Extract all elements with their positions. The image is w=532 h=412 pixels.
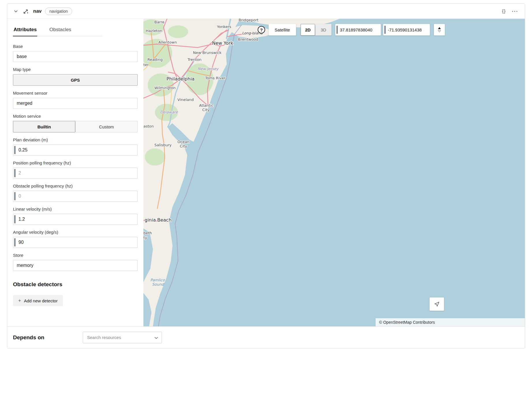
map-label-ocean-2: City [180, 144, 187, 148]
longitude-input[interactable] [383, 24, 430, 35]
longitude-field [383, 24, 430, 35]
map-label-ter: ter [143, 63, 149, 67]
depends-on-select[interactable]: Search resources [83, 332, 162, 343]
map-label-delaware: Delaware [160, 110, 178, 114]
nav-service-card: nav navigation {} ⋯ Attributes Obstacles… [7, 3, 525, 349]
service-title: nav [33, 8, 42, 14]
plus-icon: + [18, 298, 21, 304]
obstacle-detectors-heading: Obstacle detectors [13, 281, 138, 288]
coordinate-swap-icon[interactable] [434, 24, 445, 35]
field-movement-sensor: Movement sensor [13, 91, 138, 109]
latitude-input[interactable] [335, 24, 381, 35]
map-label-new-york: New York [212, 40, 233, 46]
angular-velocity-input[interactable] [13, 237, 138, 248]
tab-obstacles[interactable]: Obstacles [49, 27, 72, 36]
map-label-bridgeport: Bridgeport [239, 19, 258, 22]
depends-on-placeholder: Search resources [87, 335, 121, 340]
navigation-service-icon [22, 8, 30, 15]
base-input[interactable] [13, 51, 138, 62]
map-label-new-brunswick: New Brunswick [193, 50, 222, 55]
position-polling-label: Position polling frequency (hz) [13, 160, 138, 165]
field-plan-deviation: Plan deviation (m) [13, 137, 138, 156]
map-label-atlantic-1: Atlantic [199, 103, 213, 108]
map-label-wilmington: Wilmington [154, 86, 176, 90]
map-label-trenton: Trenton [187, 57, 202, 62]
tab-attributes[interactable]: Attributes [13, 27, 37, 36]
map-label-aston: aston [143, 124, 154, 128]
map-attribution[interactable]: © OpenStreetMap Contributors [376, 318, 525, 326]
map-canvas[interactable]: Barre Hazleton Yonkers Bridgeport New Yo… [143, 19, 525, 326]
position-polling-input[interactable] [13, 168, 138, 179]
depends-on-heading: Depends on [13, 334, 44, 341]
field-map-type: Map type GPS [13, 67, 138, 86]
satellite-toggle-button[interactable]: Satellite [269, 24, 296, 35]
store-input[interactable] [13, 260, 138, 271]
service-type-badge: navigation [45, 8, 72, 15]
field-obstacle-polling: Obstacle polling frequency (hz) [13, 183, 138, 202]
map-label-vineland: Vineland [177, 98, 194, 102]
map-type-label: Map type [13, 67, 138, 72]
obstacle-polling-label: Obstacle polling frequency (hz) [13, 183, 138, 188]
overflow-menu-icon[interactable]: ⋯ [510, 9, 519, 14]
map-label-pamlico-1: Pamlico [150, 278, 165, 282]
angular-velocity-label: Angular velocity (deg/s) [13, 230, 138, 235]
collapse-chevron-icon[interactable] [13, 9, 19, 14]
field-linear-velocity: Linear velocity (m/s) [13, 207, 138, 225]
plan-deviation-label: Plan deviation (m) [13, 137, 138, 142]
field-angular-velocity: Angular velocity (deg/s) [13, 230, 138, 248]
base-label: Base [13, 44, 138, 49]
latitude-field [335, 24, 381, 35]
map-label-brentwood: Brentwood [238, 37, 258, 42]
movement-sensor-input[interactable] [13, 98, 138, 109]
plan-deviation-input[interactable] [13, 145, 138, 156]
motion-service-custom-button[interactable]: Custom [75, 121, 138, 132]
panel-tabs: Attributes Obstacles [13, 27, 102, 36]
map-tiles: Barre Hazleton Yonkers Bridgeport New Yo… [143, 19, 525, 326]
card-header: nav navigation {} ⋯ [7, 4, 525, 19]
map-type-gps-button[interactable]: GPS [13, 74, 138, 86]
recenter-arrow-icon[interactable] [430, 297, 444, 311]
store-label: Store [13, 253, 138, 258]
map-label-ty: ty [143, 235, 147, 240]
motion-service-builtin-button[interactable]: Builtin [13, 121, 75, 132]
map-3d-button[interactable]: 3D [315, 24, 331, 35]
map-label-barre: Barre [154, 20, 164, 24]
motion-service-segmented: Builtin Custom [13, 121, 138, 132]
add-detector-label: Add new detector [24, 298, 58, 303]
add-detector-button[interactable]: + Add new detector [13, 295, 63, 306]
attributes-panel: Attributes Obstacles Base Map type GPS M… [7, 19, 143, 326]
chevron-down-icon [154, 335, 158, 340]
obstacle-polling-input[interactable] [13, 191, 138, 202]
map-label-pamlico-2: Sound [152, 282, 164, 286]
map-label-atlantic-2: City [202, 108, 210, 112]
motion-service-label: Motion service [13, 114, 138, 119]
map-label-toms-river: Toms River [205, 76, 226, 80]
map-label-philadelphia: Philadelphia [166, 76, 194, 82]
linear-velocity-input[interactable] [13, 214, 138, 225]
map-label-ocean-1: Ocean [177, 140, 190, 144]
map-label-virginia-beach: ginia Beach [145, 217, 172, 223]
field-motion-service: Motion service Builtin Custom [13, 114, 138, 132]
map-label-yonkers: Yonkers [217, 25, 231, 29]
map-label-allentown: Allentown [158, 40, 177, 44]
depends-on-bar: Depends on Search resources [7, 326, 525, 348]
map-label-new-jersey: New Jersey [198, 67, 219, 71]
map-label-reading: Reading [147, 57, 163, 62]
movement-sensor-label: Movement sensor [13, 91, 138, 95]
map-2d-button[interactable]: 2D [301, 24, 315, 35]
help-icon[interactable]: ? [258, 26, 265, 33]
json-braces-icon[interactable]: {} [501, 8, 507, 15]
map-label-salisbury: Salisbury [154, 143, 172, 147]
field-store: Store [13, 253, 138, 271]
map-label-beth: beth [143, 231, 152, 235]
linear-velocity-label: Linear velocity (m/s) [13, 207, 138, 211]
field-position-polling: Position polling frequency (hz) [13, 160, 138, 179]
map-label-hazleton: Hazleton [146, 29, 162, 33]
field-base: Base [13, 44, 138, 62]
